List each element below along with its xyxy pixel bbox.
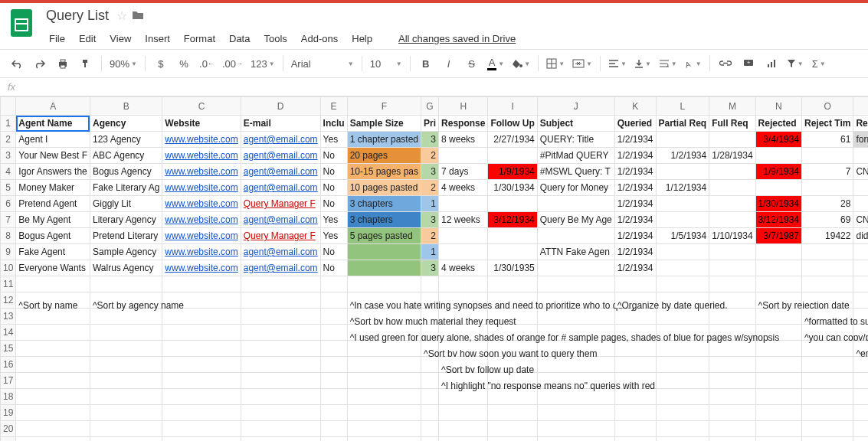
- cell[interactable]: [90, 276, 162, 292]
- cell[interactable]: [162, 405, 241, 421]
- cell[interactable]: agent@email.com: [241, 180, 320, 196]
- cell[interactable]: [656, 421, 709, 437]
- header-cell[interactable]: Reject Tim: [801, 116, 853, 132]
- rotate-button[interactable]: A▼: [682, 54, 705, 74]
- header-cell[interactable]: Agency: [90, 116, 162, 132]
- cell[interactable]: [421, 405, 439, 421]
- cell[interactable]: ABC Agency: [90, 148, 162, 164]
- row-header[interactable]: 1: [1, 116, 16, 132]
- cell[interactable]: 1/2/1934: [614, 228, 656, 244]
- cell[interactable]: form: [853, 132, 868, 148]
- chart-button[interactable]: [761, 54, 782, 74]
- cell[interactable]: [656, 276, 709, 292]
- cell[interactable]: 8 weeks: [439, 132, 488, 148]
- row-header[interactable]: 18: [1, 389, 16, 405]
- cell[interactable]: 3/12/1934: [755, 212, 801, 228]
- cell[interactable]: No: [320, 244, 347, 260]
- cell[interactable]: [853, 180, 868, 196]
- menu-addons[interactable]: Add-ons: [295, 30, 344, 47]
- cell[interactable]: 3/7/1987: [755, 228, 801, 244]
- formula-bar[interactable]: fx: [0, 78, 868, 96]
- cell[interactable]: ^you can copy/paste: [801, 325, 853, 341]
- cell[interactable]: 1/30/1934: [755, 196, 801, 212]
- cell[interactable]: [801, 148, 853, 164]
- cell[interactable]: www.website.com: [162, 196, 241, 212]
- cell[interactable]: [320, 292, 347, 309]
- cell[interactable]: [439, 244, 488, 260]
- col-header[interactable]: L: [656, 97, 709, 116]
- cell[interactable]: 1 chapter pasted: [347, 132, 421, 148]
- row-header[interactable]: 6: [1, 196, 16, 212]
- cell[interactable]: 1/2/1934: [614, 148, 656, 164]
- header-cell[interactable]: Follow Up: [488, 116, 537, 132]
- cell[interactable]: [614, 405, 656, 421]
- cell[interactable]: [162, 437, 241, 442]
- cell[interactable]: [347, 373, 421, 389]
- cell[interactable]: [709, 389, 755, 405]
- cell[interactable]: [709, 212, 755, 228]
- cell[interactable]: 1/30/1934: [488, 180, 537, 196]
- cell[interactable]: QUERY: Title: [537, 132, 614, 148]
- cell[interactable]: [320, 389, 347, 405]
- header-cell[interactable]: Sample Size: [347, 116, 421, 132]
- cell[interactable]: 1/30/1935: [488, 260, 537, 276]
- cell[interactable]: 1/10/1934: [709, 228, 755, 244]
- cell[interactable]: [347, 405, 421, 421]
- cell[interactable]: 2: [421, 180, 439, 196]
- cell[interactable]: [320, 405, 347, 421]
- cell[interactable]: [439, 196, 488, 212]
- cell[interactable]: [16, 276, 90, 292]
- comment-button[interactable]: +: [738, 54, 759, 74]
- cell[interactable]: [709, 180, 755, 196]
- cell[interactable]: No: [320, 180, 347, 196]
- cell[interactable]: Be My Agent: [16, 212, 90, 228]
- cell[interactable]: 123 Agency: [90, 132, 162, 148]
- menu-help[interactable]: Help: [346, 30, 378, 47]
- cell[interactable]: [488, 421, 537, 437]
- cell[interactable]: Yes: [320, 228, 347, 244]
- header-cell[interactable]: Partial Req: [656, 116, 709, 132]
- cell[interactable]: Pretend Literary: [90, 228, 162, 244]
- cell[interactable]: [801, 405, 853, 421]
- cell[interactable]: 1: [421, 196, 439, 212]
- cell[interactable]: Query Manager F: [241, 228, 320, 244]
- cell[interactable]: [421, 373, 439, 389]
- decrease-decimal[interactable]: .0←: [196, 54, 218, 74]
- row-header[interactable]: 11: [1, 276, 16, 292]
- cell[interactable]: [709, 373, 755, 389]
- cell[interactable]: [755, 244, 801, 260]
- col-header[interactable]: A: [16, 97, 90, 116]
- cell[interactable]: [709, 164, 755, 180]
- cell[interactable]: Fake Literary Ag: [90, 180, 162, 196]
- cell[interactable]: [853, 148, 868, 164]
- cell[interactable]: [709, 244, 755, 260]
- cell[interactable]: 2/27/1934: [488, 132, 537, 148]
- col-header[interactable]: N: [755, 97, 801, 116]
- menu-tools[interactable]: Tools: [257, 30, 293, 47]
- cell[interactable]: [709, 196, 755, 212]
- cell[interactable]: [755, 357, 801, 373]
- menu-data[interactable]: Data: [223, 30, 256, 47]
- cell[interactable]: [16, 373, 90, 389]
- cell[interactable]: [421, 437, 439, 442]
- col-header[interactable]: G: [421, 97, 439, 116]
- cell[interactable]: CNR: [853, 212, 868, 228]
- cell[interactable]: Literary Agency: [90, 212, 162, 228]
- cell[interactable]: 1/2/1934: [614, 196, 656, 212]
- text-color-button[interactable]: A▼: [484, 54, 508, 74]
- halign-button[interactable]: ▼: [605, 54, 630, 74]
- cell[interactable]: Yes: [320, 132, 347, 148]
- cell[interactable]: 3/12/1934: [488, 212, 537, 228]
- functions-button[interactable]: Σ▼: [808, 54, 830, 74]
- cell[interactable]: [90, 373, 162, 389]
- cell[interactable]: ^Organize by date queried.: [614, 292, 656, 309]
- cell[interactable]: [853, 389, 868, 405]
- header-cell[interactable]: Subject: [537, 116, 614, 132]
- cell[interactable]: [241, 421, 320, 437]
- row-header[interactable]: 13: [1, 309, 16, 325]
- cell[interactable]: [421, 389, 439, 405]
- cell[interactable]: [162, 389, 241, 405]
- cell[interactable]: 1/9/1934: [755, 164, 801, 180]
- cell[interactable]: [656, 437, 709, 442]
- cell[interactable]: [853, 276, 868, 292]
